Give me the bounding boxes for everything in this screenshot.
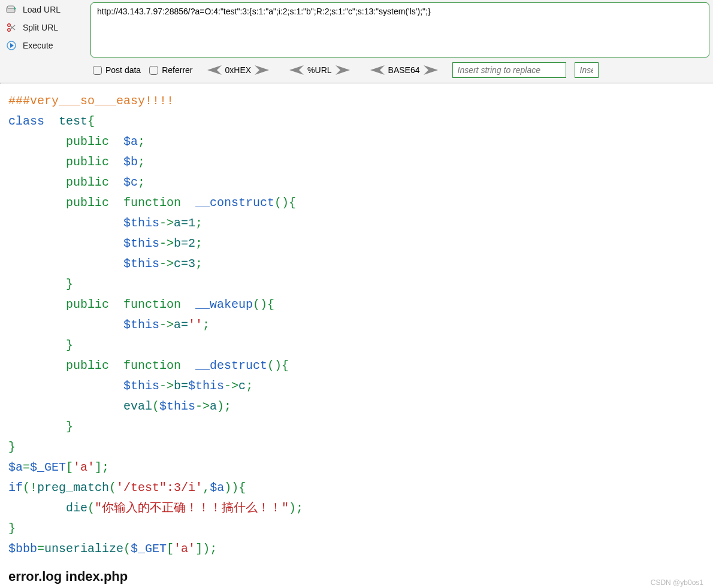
toolbar: Load URL Split URL Execute Post data Ref… (0, 0, 713, 83)
urlencode-label: %URL (307, 65, 331, 75)
command-output: error.log index.php (0, 566, 713, 588)
checkbox-icon (93, 66, 102, 75)
load-url-icon (6, 5, 17, 14)
svg-rect-1 (7, 6, 14, 8)
string: 'a' (174, 542, 195, 556)
this: $this (123, 216, 159, 230)
url-area: Post data Referrer 0xHEX %URL (90, 2, 709, 79)
op: ! (30, 481, 37, 495)
chevron-right-icon (255, 65, 271, 75)
code-comment: ###very___so___easy!!!! (8, 94, 174, 108)
toolbar-buttons: Load URL Split URL Execute (4, 2, 90, 79)
referrer-checkbox[interactable]: Referrer (149, 65, 192, 75)
hex-label: 0xHEX (225, 65, 252, 75)
watermark: CSDN @yb0os1 (651, 578, 703, 587)
var-b: $b (123, 155, 138, 169)
superglobal: $_GET (131, 542, 167, 556)
var-c: $c (123, 175, 138, 189)
play-icon (6, 41, 17, 50)
superglobal: $_GET (30, 460, 66, 474)
urlencode-button[interactable]: %URL (283, 65, 355, 75)
base64-button[interactable]: BASE64 (364, 65, 444, 75)
execute-button[interactable]: Execute (4, 40, 90, 51)
op: = (23, 460, 30, 474)
kw-function: function (123, 359, 181, 372)
chevron-left-icon (368, 65, 385, 75)
fn-destruct: __destruct (195, 359, 267, 372)
this: $this (188, 379, 224, 393)
fn-preg: preg_match (37, 481, 109, 495)
referrer-label: Referrer (162, 65, 192, 75)
var: $a (210, 481, 224, 495)
fn-wakeup: __wakeup (195, 298, 253, 311)
this: $this (123, 379, 159, 393)
assign: b= (174, 379, 188, 393)
fn-construct: __construct (195, 196, 274, 210)
post-data-label: Post data (105, 65, 141, 75)
scissors-icon (6, 23, 17, 32)
split-url-button[interactable]: Split URL (4, 22, 90, 34)
this: $this (123, 237, 159, 250)
assign: a=1 (174, 216, 195, 230)
chevron-left-icon (205, 65, 222, 75)
options-row: Post data Referrer 0xHEX %URL (90, 61, 709, 79)
url-input[interactable] (90, 2, 709, 57)
base64-label: BASE64 (388, 65, 420, 75)
replace-string-input[interactable] (452, 62, 566, 78)
kw-function: function (123, 298, 181, 311)
prop: a (210, 399, 217, 413)
post-data-checkbox[interactable]: Post data (93, 65, 141, 75)
svg-line-4 (10, 26, 15, 30)
assign: c=3 (174, 257, 195, 271)
chevron-left-icon (287, 65, 304, 75)
load-url-button[interactable]: Load URL (4, 4, 90, 16)
load-url-label: Load URL (23, 5, 61, 14)
string: "你输入的不正确！！！搞什么！！" (95, 501, 289, 515)
hex-encode-button[interactable]: 0xHEX (201, 65, 276, 75)
class-name: test (59, 114, 87, 128)
split-url-label: Split URL (23, 23, 58, 32)
string: 'a' (73, 460, 95, 474)
assign: a= (174, 318, 188, 332)
eval: eval (123, 399, 152, 413)
string: '/test":3/i' (116, 481, 203, 495)
kw-function: function (123, 196, 181, 210)
this: $this (123, 257, 159, 271)
kw-public: public (66, 298, 109, 311)
this: $this (159, 399, 195, 413)
kw-if: if (8, 481, 23, 495)
kw-public: public (66, 155, 109, 169)
svg-line-5 (10, 25, 15, 29)
chevron-right-icon (424, 65, 440, 75)
kw-public: public (66, 359, 109, 372)
execute-label: Execute (23, 41, 53, 50)
kw-public: public (66, 135, 109, 148)
fn-die: die (66, 501, 87, 515)
kw-public: public (66, 196, 109, 210)
string: '' (188, 318, 203, 332)
chevron-right-icon (336, 65, 352, 75)
var-bbb: $bbb (8, 542, 37, 556)
var-a: $a (123, 135, 138, 148)
replace-with-input[interactable] (575, 62, 599, 78)
kw-class: class (8, 114, 44, 128)
kw-public: public (66, 175, 109, 189)
checkbox-icon (149, 66, 158, 75)
assign: b=2 (174, 237, 195, 250)
prop: c (238, 379, 246, 393)
var: $a (8, 460, 23, 474)
page-source-code: ###very___so___easy!!!! class test{ publ… (0, 84, 713, 566)
this: $this (123, 318, 159, 332)
fn-unserialize: unserialize (44, 542, 123, 556)
